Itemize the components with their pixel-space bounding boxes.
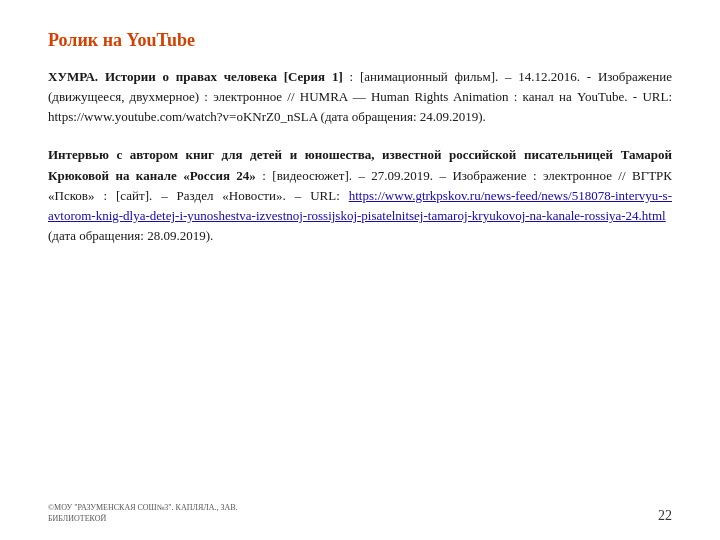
paragraph-1-bold: ХУМРА. Истории о правах человека [Серия … [48,69,343,84]
page: Ролик на YouTube ХУМРА. Истории о правах… [0,0,720,540]
paragraph-2: Интервью с автором книг для детей и юнош… [48,145,672,246]
footer-left-line1: ©МОУ "РАЗУМЕНСКАЯ СОШ№3". КАПЛЯЛА., ЗАВ. [48,502,238,513]
footer: ©МОУ "РАЗУМЕНСКАЯ СОШ№3". КАПЛЯЛА., ЗАВ.… [48,502,672,524]
footer-copyright: ©МОУ "РАЗУМЕНСКАЯ СОШ№3". КАПЛЯЛА., ЗАВ.… [48,502,238,524]
paragraph-1: ХУМРА. Истории о правах человека [Серия … [48,67,672,127]
page-number: 22 [658,508,672,524]
paragraph-2-rest2: (дата обращения: 28.09.2019). [48,228,213,243]
page-title: Ролик на YouTube [48,30,672,51]
footer-left-line2: БИБЛИОТЕКОЙ [48,513,238,524]
